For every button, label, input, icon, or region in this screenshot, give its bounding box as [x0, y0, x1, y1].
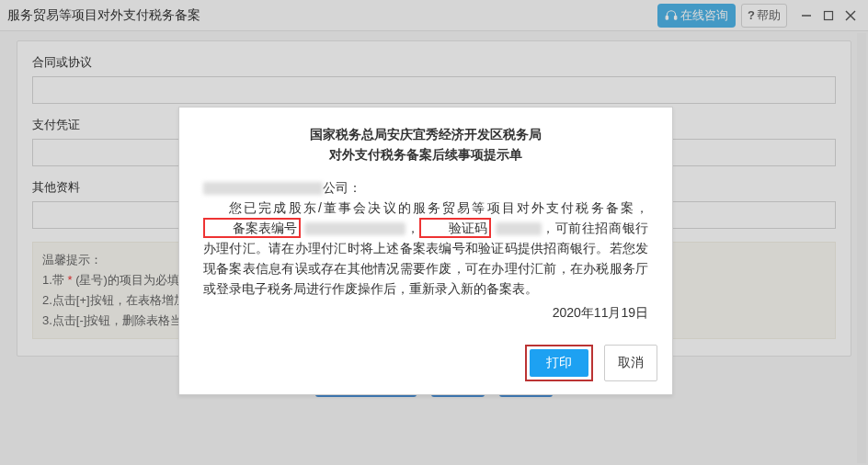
highlight-record-no: 备案表编号 [203, 218, 301, 238]
highlight-print-wrap: 打印 [525, 345, 593, 381]
dialog-company-line: 公司： [203, 177, 648, 198]
dialog-title-line2: 对外支付税务备案后续事项提示单 [203, 144, 648, 164]
dialog-title-line1: 国家税务总局安庆宜秀经济开发区税务局 [203, 124, 648, 144]
highlight-verify-code: 验证码 [419, 218, 491, 238]
redacted-record-no [304, 222, 405, 235]
dialog-body-text: 您已完成股东/董事会决议的服务贸易等项目对外支付税务备案，备案表编号 ，验证码 … [203, 198, 648, 299]
dialog-action-row: 打印 取消 [179, 335, 672, 394]
cancel-button[interactable]: 取消 [604, 345, 657, 381]
print-button[interactable]: 打印 [530, 349, 588, 377]
dialog-date: 2020年11月19日 [203, 302, 648, 323]
redacted-verify-code [496, 222, 542, 235]
notice-dialog: 国家税务总局安庆宜秀经济开发区税务局 对外支付税务备案后续事项提示单 公司： 您… [178, 107, 673, 395]
redacted-company-name [203, 182, 323, 195]
